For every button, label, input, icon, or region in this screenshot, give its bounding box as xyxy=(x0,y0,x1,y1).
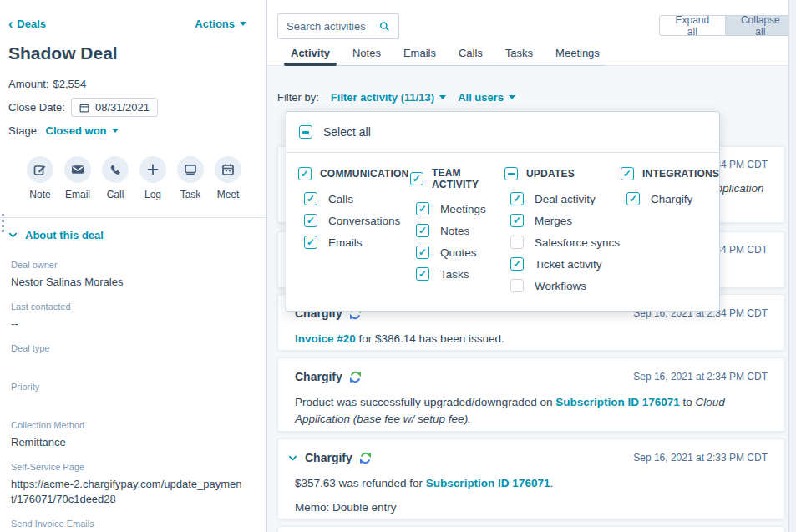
card-body: $357.63 was refunded for Subscription ID… xyxy=(295,475,768,492)
sidebar-divider xyxy=(0,217,266,218)
tab-notes[interactable]: Notes xyxy=(352,47,381,67)
checkbox[interactable] xyxy=(510,214,524,227)
filter-item-conversations[interactable]: Conversations xyxy=(304,214,410,227)
updates-checkbox[interactable] xyxy=(504,167,518,180)
expand-all-button[interactable]: Expand all xyxy=(659,15,726,36)
card-source: Chargify xyxy=(305,451,352,464)
filter-item-deal-activity[interactable]: Deal activity xyxy=(510,192,621,205)
filter-item-ticket-activity[interactable]: Ticket activity xyxy=(510,257,621,271)
invoice-link[interactable]: Invoice #20 xyxy=(295,332,356,345)
checkbox[interactable] xyxy=(510,279,524,292)
select-all-checkbox[interactable] xyxy=(299,125,312,139)
filter-item-merges[interactable]: Merges xyxy=(510,214,621,227)
tab-tasks[interactable]: Tasks xyxy=(505,47,533,67)
filter-item-chargify[interactable]: Chargify xyxy=(626,192,721,205)
close-date-value: 08/31/2021 xyxy=(95,101,150,114)
collapse-all-button[interactable]: Collapse all xyxy=(726,15,796,36)
actions-label: Actions xyxy=(195,18,235,30)
email-button[interactable]: Email xyxy=(64,156,91,200)
chevron-down-icon xyxy=(509,95,515,99)
tab-calls[interactable]: Calls xyxy=(459,47,483,67)
filter-item-calls[interactable]: Calls xyxy=(304,192,410,205)
card-timestamp: Sep 16, 2021 at 2:34 PM CDT xyxy=(633,371,768,383)
checkbox[interactable] xyxy=(416,267,429,281)
deal-sidebar: ‹ Deals Actions Shadow Deal Amount: $2,5… xyxy=(0,0,267,532)
search-input[interactable] xyxy=(286,20,373,33)
about-this-deal-toggle[interactable]: About this deal xyxy=(8,229,246,241)
checkbox[interactable] xyxy=(626,192,640,205)
filter-item-notes[interactable]: Notes xyxy=(416,224,504,237)
checkbox[interactable] xyxy=(416,224,429,237)
checkbox[interactable] xyxy=(510,257,524,271)
close-date-input[interactable]: 08/31/2021 xyxy=(71,98,158,117)
checkbox[interactable] xyxy=(304,192,317,205)
meet-button[interactable]: Meet xyxy=(215,156,241,200)
subscription-link[interactable]: Subscription ID 176071 xyxy=(555,396,680,408)
chargify-icon xyxy=(359,452,372,464)
checkbox[interactable] xyxy=(416,246,429,259)
field-value[interactable] xyxy=(11,358,246,371)
tab-emails[interactable]: Emails xyxy=(403,47,436,67)
chevron-down-icon xyxy=(8,231,18,240)
drag-handle[interactable] xyxy=(2,214,4,232)
item-label: Deal activity xyxy=(535,193,596,205)
field-label: Send Invoice Emails xyxy=(11,519,246,529)
field-value[interactable]: https://acme-2.chargifypay.com/update_pa… xyxy=(11,477,246,509)
filter-item-quotes[interactable]: Quotes xyxy=(416,246,504,259)
chevron-down-icon[interactable] xyxy=(288,453,297,463)
filter-item-salesforce-syncs[interactable]: Salesforce syncs xyxy=(510,236,621,249)
tab-meetings[interactable]: Meetings xyxy=(555,47,600,67)
field-label: Last contacted xyxy=(11,301,246,312)
field-send-invoice-emails: Send Invoice Emails xyxy=(11,519,246,529)
activity-card[interactable]: Chargify Sep 16, 2021 at 2:34 PM CDT Pro… xyxy=(277,357,785,432)
task-button[interactable]: Task xyxy=(177,156,204,200)
integrations-checkbox[interactable] xyxy=(621,167,634,180)
filter-activity-dropdown[interactable]: Filter activity (11/13) xyxy=(331,91,446,104)
filter-item-tasks[interactable]: Tasks xyxy=(416,267,504,281)
field-value[interactable]: Nestor Salinas Morales xyxy=(11,275,246,291)
call-label: Call xyxy=(107,189,124,200)
all-users-dropdown[interactable]: All users xyxy=(458,91,515,104)
task-icon xyxy=(184,163,197,176)
communication-checkbox[interactable] xyxy=(298,167,312,180)
group-label: TEAM ACTIVITY xyxy=(432,167,504,190)
stage-dropdown[interactable]: Closed won xyxy=(46,124,119,137)
filter-item-meetings[interactable]: Meetings xyxy=(416,202,504,215)
item-label: Salesforce syncs xyxy=(535,236,620,249)
checkbox[interactable] xyxy=(416,202,429,215)
log-button[interactable]: Log xyxy=(139,156,166,200)
call-button[interactable]: Call xyxy=(102,156,129,200)
search-activities-box[interactable] xyxy=(277,13,399,39)
activity-card[interactable] xyxy=(277,526,785,532)
team-activity-checkbox[interactable] xyxy=(410,172,423,185)
deal-title: Shadow Deal xyxy=(8,43,246,63)
filter-item-workflows[interactable]: Workflows xyxy=(510,279,621,292)
actions-dropdown[interactable]: Actions xyxy=(195,18,246,30)
subscription-link[interactable]: Subscription ID 176071 xyxy=(426,477,550,489)
checkbox[interactable] xyxy=(510,192,524,205)
item-label: Emails xyxy=(328,236,363,249)
checkbox[interactable] xyxy=(510,236,524,249)
note-button[interactable]: Note xyxy=(27,156,53,200)
checkbox[interactable] xyxy=(304,214,317,227)
back-to-deals-link[interactable]: ‹ Deals xyxy=(8,18,46,30)
meet-label: Meet xyxy=(217,189,240,200)
checkbox[interactable] xyxy=(304,236,317,249)
field-label: Self-Service Page xyxy=(11,462,246,472)
amount-value: $2,554 xyxy=(53,78,86,90)
filter-item-emails[interactable]: Emails xyxy=(304,236,410,249)
scrollbar-track[interactable] xyxy=(788,0,796,532)
field-value[interactable]: Remittance xyxy=(11,435,246,451)
field-value[interactable]: -- xyxy=(11,317,246,332)
select-all-row[interactable]: Select all xyxy=(286,112,719,153)
search-icon[interactable] xyxy=(379,20,390,33)
item-label: Quotes xyxy=(440,246,477,259)
filter-group-updates: UPDATES Deal activity Merges Salesforce … xyxy=(504,167,621,301)
task-label: Task xyxy=(180,189,201,200)
activity-card[interactable]: Chargify Sep 16, 2021 at 2:33 PM CDT $35… xyxy=(277,438,785,519)
field-value[interactable] xyxy=(11,397,246,409)
item-label: Workflows xyxy=(535,280,586,292)
calendar-icon xyxy=(79,103,89,113)
card-memo: Memo: Double entry xyxy=(295,499,768,516)
chevron-left-icon: ‹ xyxy=(8,20,13,28)
